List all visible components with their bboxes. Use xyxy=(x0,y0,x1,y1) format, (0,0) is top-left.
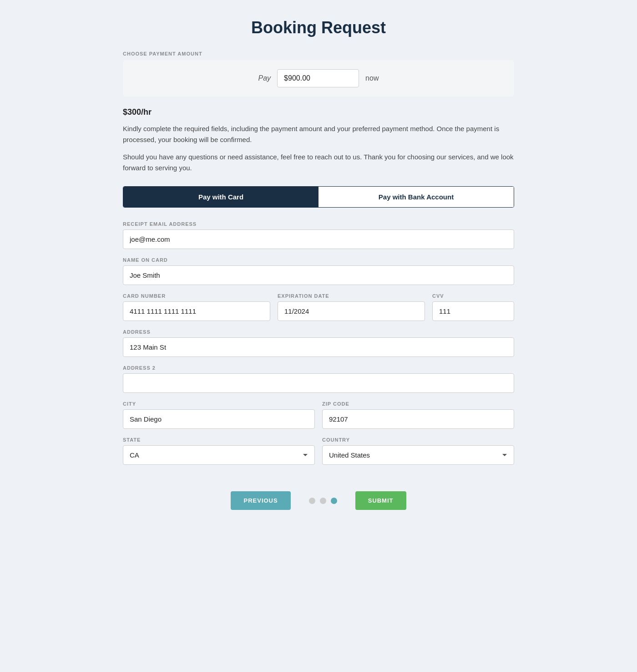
card-number-group: CARD NUMBER xyxy=(123,293,270,321)
address2-label: ADDRESS 2 xyxy=(123,365,514,371)
cvv-group: CVV xyxy=(432,293,514,321)
name-on-card-label: NAME ON CARD xyxy=(123,257,514,263)
pay-with-bank-tab[interactable]: Pay with Bank Account xyxy=(318,187,514,207)
main-container: Booking Request CHOOSE PAYMENT AMOUNT Pa… xyxy=(123,18,514,510)
description-1: Kindly complete the required fields, inc… xyxy=(123,123,514,145)
pay-with-card-tab[interactable]: Pay with Card xyxy=(123,187,318,207)
country-group: COUNTRY United States Canada United King… xyxy=(322,437,514,465)
zip-group: ZIP CODE xyxy=(322,401,514,429)
payment-amount-input[interactable] xyxy=(277,69,359,87)
city-label: CITY xyxy=(123,401,315,407)
card-number-label: CARD NUMBER xyxy=(123,293,270,299)
city-group: CITY xyxy=(123,401,315,429)
payment-section-label: CHOOSE PAYMENT AMOUNT xyxy=(123,51,514,56)
address2-input[interactable] xyxy=(123,373,514,393)
state-country-row: STATE CA NY TX COUNTRY United States Can… xyxy=(123,437,514,473)
state-group: STATE CA NY TX xyxy=(123,437,315,465)
city-zip-row: CITY ZIP CODE xyxy=(123,401,514,437)
receipt-email-group: RECEIPT EMAIL ADDRESS xyxy=(123,221,514,249)
zip-label: ZIP CODE xyxy=(322,401,514,407)
city-input[interactable] xyxy=(123,409,315,429)
address2-group: ADDRESS 2 xyxy=(123,365,514,393)
step-dot-2 xyxy=(320,498,326,504)
description-2: Should you have any questions or need as… xyxy=(123,152,514,173)
expiration-date-input[interactable] xyxy=(278,301,425,321)
submit-button[interactable]: SUBMIT xyxy=(355,491,406,510)
card-details-row: CARD NUMBER EXPIRATION DATE CVV xyxy=(123,293,514,329)
country-select[interactable]: United States Canada United Kingdom xyxy=(322,445,514,465)
state-select[interactable]: CA NY TX xyxy=(123,445,315,465)
footer-nav: PREVIOUS SUBMIT xyxy=(123,491,514,510)
page-title: Booking Request xyxy=(123,18,514,37)
payment-amount-box: Pay now xyxy=(123,60,514,97)
step-dot-3 xyxy=(331,498,337,504)
state-label: STATE xyxy=(123,437,315,443)
card-number-input[interactable] xyxy=(123,301,270,321)
expiration-date-group: EXPIRATION DATE xyxy=(278,293,425,321)
cvv-label: CVV xyxy=(432,293,514,299)
receipt-email-input[interactable] xyxy=(123,229,514,249)
step-dot-1 xyxy=(309,498,315,504)
step-dots xyxy=(309,498,337,504)
receipt-email-label: RECEIPT EMAIL ADDRESS xyxy=(123,221,514,227)
previous-button[interactable]: PREVIOUS xyxy=(231,491,290,510)
name-on-card-input[interactable] xyxy=(123,265,514,285)
address-input[interactable] xyxy=(123,337,514,357)
rate-text: $300/hr xyxy=(123,107,514,117)
zip-input[interactable] xyxy=(322,409,514,429)
country-label: COUNTRY xyxy=(322,437,514,443)
address-group: ADDRESS xyxy=(123,329,514,357)
payment-tabs: Pay with Card Pay with Bank Account xyxy=(123,186,514,208)
name-on-card-group: NAME ON CARD xyxy=(123,257,514,285)
address-label: ADDRESS xyxy=(123,329,514,335)
expiration-date-label: EXPIRATION DATE xyxy=(278,293,425,299)
now-label: now xyxy=(365,74,379,82)
cvv-input[interactable] xyxy=(432,301,514,321)
pay-label: Pay xyxy=(258,74,271,82)
